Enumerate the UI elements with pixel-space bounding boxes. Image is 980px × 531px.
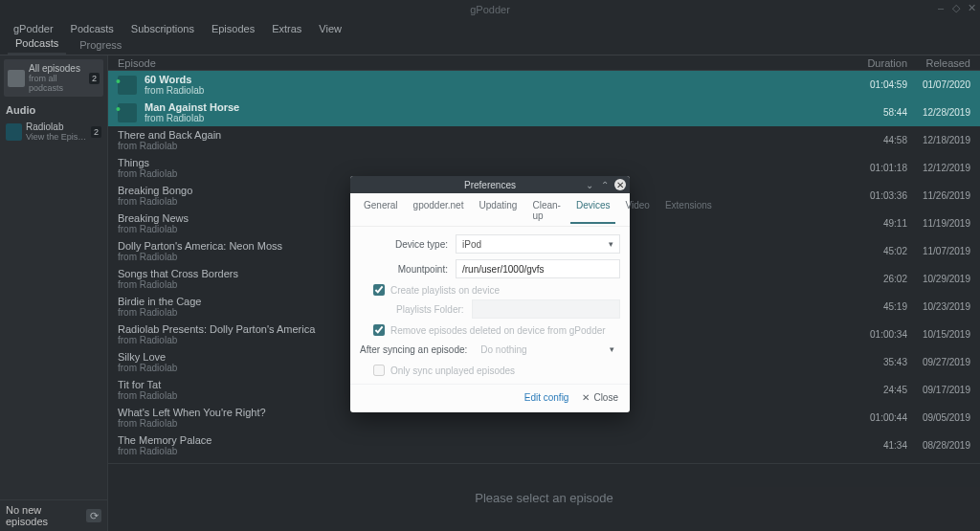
- episode-released: 09/17/2019: [907, 385, 970, 395]
- all-episodes-text: All episodes from all podcasts: [29, 63, 85, 93]
- pref-tab-updating[interactable]: Updating: [473, 197, 523, 224]
- window-controls: – ◇ ✕: [936, 3, 976, 12]
- pref-tab-general[interactable]: General: [358, 197, 404, 224]
- dialog-chevron-down-icon[interactable]: ⌄: [584, 179, 595, 190]
- episode-duration: 45:02: [854, 246, 907, 256]
- refresh-icon: ⟳: [90, 510, 99, 522]
- episode-released: 09/05/2019: [907, 412, 970, 423]
- only-unplayed-checkbox: [373, 365, 385, 376]
- after-sync-select[interactable]: Do nothing ▾: [475, 340, 620, 359]
- podcast-thumb-icon: [6, 123, 22, 141]
- menu-subscriptions[interactable]: Subscriptions: [123, 21, 202, 36]
- playlists-folder-label: Playlists Folder:: [396, 304, 464, 315]
- dialog-close-icon[interactable]: ✕: [614, 179, 626, 190]
- detail-placeholder: Please select an episode: [475, 491, 613, 505]
- pref-tab-gpodder-net[interactable]: gpodder.net: [408, 197, 470, 224]
- episode-released: 10/23/2019: [907, 301, 970, 312]
- pref-tab-devices[interactable]: Devices: [570, 197, 616, 224]
- episode-duration: 58:44: [854, 107, 907, 118]
- close-button[interactable]: ✕ Close: [582, 392, 618, 403]
- close-icon[interactable]: ✕: [967, 3, 976, 12]
- menu-gpodder[interactable]: gPodder: [6, 21, 61, 36]
- chevron-down-icon: ▾: [610, 344, 614, 354]
- device-type-select[interactable]: iPod ▾: [456, 234, 620, 254]
- episode-status-icon: [118, 76, 137, 95]
- podcast-name: Radiolab: [26, 122, 87, 132]
- episode-released: 12/28/2019: [907, 107, 970, 118]
- remove-deleted-label: Remove episodes deleted on device from g…: [390, 325, 606, 336]
- episode-titles: Man Against Horsefrom Radiolab: [145, 101, 854, 123]
- episode-title: 60 Words: [145, 74, 854, 85]
- col-released[interactable]: Released: [907, 57, 970, 69]
- pref-tab-extensions[interactable]: Extensions: [659, 197, 718, 224]
- episode-duration: 01:04:59: [854, 79, 907, 90]
- episode-released: 10/29/2019: [907, 274, 970, 284]
- episode-released: 11/26/2019: [907, 190, 970, 201]
- col-duration[interactable]: Duration: [854, 57, 907, 69]
- edit-config-button[interactable]: Edit config: [524, 392, 569, 403]
- menu-episodes[interactable]: Episodes: [204, 21, 262, 36]
- device-type-label: Device type:: [360, 239, 448, 250]
- create-playlists-checkbox[interactable]: [373, 284, 385, 296]
- mountpoint-input[interactable]: [456, 259, 620, 278]
- device-type-value: iPod: [462, 239, 481, 250]
- episode-title: Man Against Horse: [145, 101, 854, 113]
- minimize-icon[interactable]: –: [936, 3, 946, 12]
- episode-from: from Radiolab: [145, 85, 854, 96]
- x-icon: ✕: [582, 392, 590, 403]
- only-unplayed-label: Only sync unplayed episodes: [390, 365, 515, 376]
- sidebar-status-row: No new episodes ⟳: [0, 499, 107, 531]
- all-episodes-title: All episodes: [29, 63, 85, 74]
- sidebar-section-audio: Audio: [0, 100, 107, 120]
- episode-row[interactable]: 60 Wordsfrom Radiolab01:04:5901/07/2020: [108, 71, 980, 99]
- maximize-icon[interactable]: ◇: [951, 3, 961, 12]
- episode-released: 12/18/2019: [907, 135, 970, 145]
- window-title: gPodder: [470, 4, 510, 15]
- menu-extras[interactable]: Extras: [264, 21, 309, 36]
- menu-podcasts[interactable]: Podcasts: [63, 21, 122, 36]
- episode-detail-pane: Please select an episode: [108, 463, 980, 531]
- episode-from: from Radiolab: [118, 418, 854, 429]
- episode-released: 11/19/2019: [907, 218, 970, 229]
- episode-list-header: Episode Duration Released: [108, 55, 980, 71]
- episode-duration: 24:45: [854, 385, 907, 395]
- tab-podcasts[interactable]: Podcasts: [8, 35, 66, 55]
- tab-progress[interactable]: Progress: [72, 37, 129, 55]
- episode-duration: 49:11: [854, 218, 907, 229]
- col-episode[interactable]: Episode: [118, 57, 854, 69]
- dialog-tabs: General gpodder.net Updating Clean-up De…: [350, 193, 630, 227]
- episode-titles: There and Back Againfrom Radiolab: [118, 129, 854, 151]
- after-sync-value: Do nothing: [480, 344, 526, 355]
- episode-title: Things: [118, 157, 854, 168]
- refresh-button[interactable]: ⟳: [86, 509, 101, 522]
- episode-from: from Radiolab: [118, 446, 854, 456]
- window-titlebar: gPodder – ◇ ✕: [0, 0, 980, 19]
- episode-released: 12/12/2019: [907, 163, 970, 173]
- remove-deleted-checkbox[interactable]: [373, 324, 385, 336]
- chevron-down-icon: ▾: [609, 239, 613, 249]
- episode-row[interactable]: There and Back Againfrom Radiolab44:5812…: [108, 126, 980, 154]
- sidebar-podcast-radiolab[interactable]: Radiolab View the Episode… 2: [0, 120, 107, 144]
- after-sync-label: After syncing an episode:: [360, 344, 467, 355]
- episode-released: 01/07/2020: [907, 79, 970, 90]
- episode-row[interactable]: Man Against Horsefrom Radiolab58:4412/28…: [108, 99, 980, 126]
- episode-from: from Radiolab: [145, 113, 854, 123]
- episode-released: 10/15/2019: [907, 329, 970, 340]
- episode-row[interactable]: The Memory Palacefrom Radiolab41:3408/28…: [108, 431, 980, 459]
- episode-duration: 41:34: [854, 440, 907, 451]
- menu-view[interactable]: View: [311, 21, 349, 36]
- sidebar-all-episodes[interactable]: All episodes from all podcasts 2: [4, 59, 103, 97]
- pref-tab-cleanup[interactable]: Clean-up: [526, 197, 566, 224]
- pref-tab-video[interactable]: Video: [619, 197, 655, 224]
- playlists-folder-input: [472, 299, 620, 319]
- main-tabs: Podcasts Progress: [0, 38, 980, 55]
- dialog-body: Device type: iPod ▾ Mountpoint: Create p…: [350, 227, 630, 384]
- episode-released: 08/28/2019: [907, 440, 970, 451]
- all-episodes-badge: 2: [89, 73, 100, 84]
- dialog-footer: Edit config ✕ Close: [350, 384, 630, 412]
- episode-status-icon: [118, 103, 137, 122]
- dialog-chevron-up-icon[interactable]: ⌃: [599, 179, 611, 190]
- episode-duration: 45:19: [854, 301, 907, 312]
- episode-title: There and Back Again: [118, 129, 854, 141]
- episode-duration: 01:00:34: [854, 329, 907, 340]
